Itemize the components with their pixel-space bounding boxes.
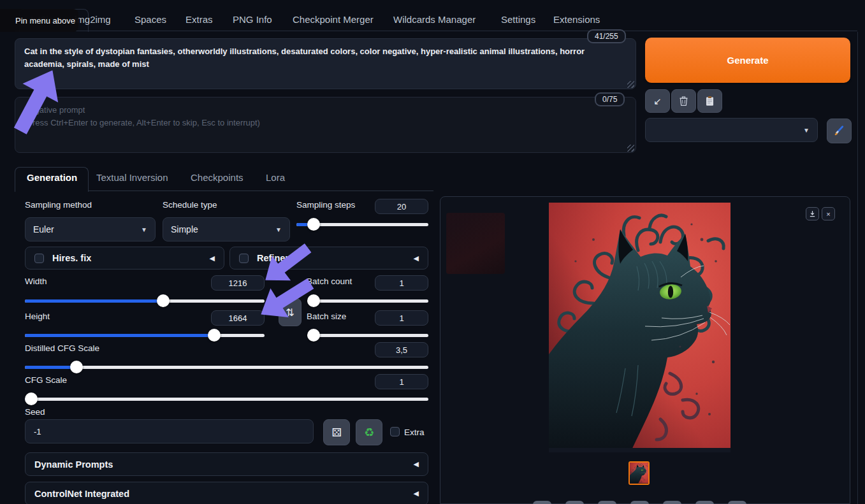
tab-textual-inversion[interactable]: Textual Inversion: [96, 172, 168, 183]
slider-knob[interactable]: [307, 329, 320, 342]
width-slider[interactable]: [25, 294, 265, 307]
batch-count-label: Batch count: [307, 277, 352, 286]
nav-divider: [15, 31, 857, 31]
gallery-action-button-3[interactable]: [598, 501, 616, 504]
tab-spaces[interactable]: Spaces: [134, 14, 166, 25]
preview-ghost: [446, 213, 505, 274]
dice-icon: ⚄: [331, 426, 342, 440]
random-seed-button[interactable]: ⚄: [323, 419, 350, 445]
negative-resize-grip[interactable]: [627, 145, 634, 152]
gallery-action-button-7[interactable]: [728, 501, 746, 504]
slider-knob[interactable]: [157, 294, 170, 307]
collapse-left-icon: ◀: [414, 254, 419, 263]
cat-artwork: [549, 203, 731, 452]
prompt-input[interactable]: Cat in the style of dystopian fantasies,…: [15, 38, 636, 89]
distilled-cfg-slider[interactable]: [25, 361, 428, 373]
tab-generation[interactable]: Generation: [27, 172, 77, 183]
paintbrush-icon: [833, 125, 845, 137]
seed-input[interactable]: [25, 419, 314, 443]
recycle-icon: ♻: [364, 426, 374, 440]
gallery-action-button-1[interactable]: [533, 501, 551, 504]
thumbnail-cat-artwork: [630, 463, 648, 484]
gallery-action-button-6[interactable]: [695, 501, 714, 504]
distilled-cfg-label: Distilled CFG Scale: [25, 343, 99, 353]
swap-dimensions-icon: ⇅: [286, 306, 294, 319]
slider-track: [25, 398, 428, 401]
tab-settings[interactable]: Settings: [501, 14, 535, 25]
prompt-resize-grip[interactable]: [627, 81, 634, 88]
prompt-token-counter: 41/255: [587, 29, 626, 43]
slider-fill: [25, 334, 214, 337]
clear-prompt-button[interactable]: [671, 89, 696, 113]
tab-checkpoint-merger[interactable]: Checkpoint Merger: [293, 14, 374, 25]
seed-label: Seed: [25, 407, 45, 417]
chevron-down-icon: ▼: [141, 226, 147, 233]
tab-extras[interactable]: Extras: [185, 14, 213, 25]
generated-image[interactable]: [549, 203, 731, 452]
gallery-thumbnail[interactable]: [629, 461, 650, 485]
download-icon: [809, 210, 816, 217]
collapse-left-icon: ◀: [210, 254, 215, 263]
dynamic-prompts-label: Dynamic Prompts: [34, 459, 113, 470]
tab-img2img[interactable]: img2img: [75, 14, 111, 25]
negative-token-counter: 0/75: [595, 92, 625, 106]
style-preset-dropdown[interactable]: ▼: [645, 118, 818, 142]
cfg-scale-slider[interactable]: [25, 392, 428, 405]
width-input[interactable]: [211, 275, 265, 291]
sampling-steps-slider[interactable]: [296, 218, 428, 231]
width-label: Width: [25, 277, 47, 286]
controlnet-accordion[interactable]: ControlNet Integrated ◀: [25, 482, 428, 504]
sampling-method-dropdown[interactable]: Euler ▼: [25, 217, 156, 241]
controlnet-label: ControlNet Integrated: [34, 489, 129, 499]
batch-size-label: Batch size: [307, 312, 346, 321]
distilled-cfg-input[interactable]: [375, 342, 428, 357]
slider-knob[interactable]: [25, 392, 38, 405]
corner-arrow-icon: ↙: [653, 96, 662, 107]
height-input[interactable]: [211, 310, 265, 326]
reuse-seed-button[interactable]: ♻: [356, 419, 382, 445]
swap-dimensions-button[interactable]: ⇅: [279, 298, 302, 326]
generate-button[interactable]: Generate: [645, 38, 850, 83]
refiner-accordion[interactable]: Refiner ◀: [229, 247, 428, 270]
edit-styles-button[interactable]: [827, 119, 852, 143]
slider-knob[interactable]: [307, 218, 320, 231]
seed-extra-label: Extra: [404, 428, 425, 437]
slider-knob[interactable]: [70, 361, 83, 373]
slider-track: [307, 334, 428, 337]
tab-lora[interactable]: Lora: [266, 172, 285, 183]
seed-extra-checkbox[interactable]: [390, 427, 400, 436]
negative-prompt-input[interactable]: [15, 97, 636, 153]
collapse-left-icon: ◀: [414, 489, 419, 498]
cfg-scale-label: CFG Scale: [25, 375, 67, 385]
cfg-scale-input[interactable]: [375, 374, 428, 389]
download-image-button[interactable]: [806, 207, 819, 220]
close-image-button[interactable]: ×: [822, 207, 835, 220]
gallery-action-button-4[interactable]: [630, 501, 649, 504]
schedule-type-dropdown[interactable]: Simple ▼: [163, 217, 290, 241]
tab-checkpoints[interactable]: Checkpoints: [191, 172, 244, 183]
slider-knob[interactable]: [307, 294, 320, 307]
height-slider[interactable]: [25, 329, 265, 342]
txt2img-app: txt2img img2img Spaces Extras PNG Info C…: [0, 0, 865, 504]
batch-count-input[interactable]: [375, 275, 428, 291]
chevron-down-icon: ▼: [803, 127, 810, 134]
hires-fix-checkbox[interactable]: [34, 254, 44, 263]
refiner-checkbox[interactable]: [239, 254, 249, 263]
paste-generation-params-button[interactable]: [697, 89, 722, 113]
tab-wildcards-manager[interactable]: Wildcards Manager: [393, 14, 476, 25]
interrupt-corner-button[interactable]: ↙: [645, 89, 670, 113]
dynamic-prompts-accordion[interactable]: Dynamic Prompts ◀: [25, 452, 428, 476]
slider-knob[interactable]: [208, 329, 221, 342]
sampling-steps-input[interactable]: [375, 199, 428, 214]
batch-size-slider[interactable]: [307, 329, 428, 342]
hires-fix-accordion[interactable]: Hires. fix ◀: [25, 247, 224, 270]
tab-png-info[interactable]: PNG Info: [233, 14, 272, 25]
trash-icon: [678, 96, 689, 106]
tab-extensions[interactable]: Extensions: [553, 14, 600, 25]
batch-count-slider[interactable]: [307, 294, 428, 307]
gallery-action-button-2[interactable]: [565, 501, 584, 504]
slider-track: [307, 299, 428, 303]
batch-size-input[interactable]: [375, 310, 428, 326]
sampling-method-label: Sampling method: [25, 200, 92, 210]
gallery-action-button-5[interactable]: [663, 501, 681, 504]
